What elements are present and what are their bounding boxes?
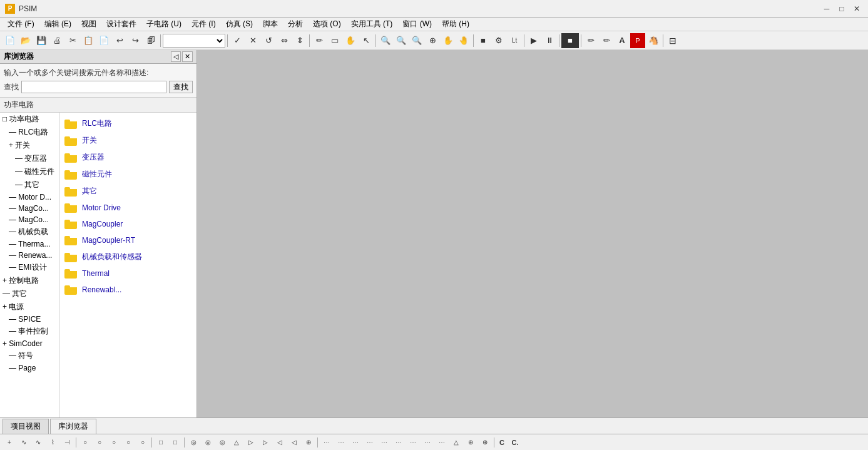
tree-item[interactable]: — EMI设计 bbox=[0, 261, 59, 274]
btb-26[interactable]: ⋯ bbox=[377, 436, 391, 449]
tb-red-btn[interactable]: P bbox=[630, 33, 645, 48]
tb-btn-5[interactable]: ✂ bbox=[65, 33, 80, 48]
btb-5[interactable]: ⊣ bbox=[60, 436, 74, 449]
tb-pencil[interactable]: ✏ bbox=[312, 33, 327, 48]
menu-item[interactable]: 子电路 (U) bbox=[141, 18, 186, 31]
tb-rotate[interactable]: ↺ bbox=[261, 33, 276, 48]
menu-item[interactable]: 编辑 (E) bbox=[39, 18, 76, 31]
tree-item[interactable]: + 电源 bbox=[0, 300, 59, 314]
btb-30[interactable]: ⋯ bbox=[435, 436, 449, 449]
list-item[interactable]: 其它 bbox=[59, 183, 197, 200]
tb-stop[interactable]: ■ bbox=[476, 33, 491, 48]
tb-rect[interactable]: ▭ bbox=[327, 33, 342, 48]
btb-c2[interactable]: C. bbox=[508, 436, 522, 449]
menu-item[interactable]: 文件 (F) bbox=[3, 18, 39, 31]
btb-11[interactable]: □ bbox=[154, 436, 168, 449]
undo-button[interactable]: ↩ bbox=[112, 33, 127, 48]
tree-item[interactable]: — 符号 bbox=[0, 349, 59, 362]
tb-last[interactable]: ⊟ bbox=[665, 33, 680, 48]
btb-c1[interactable]: C bbox=[496, 436, 508, 449]
tree-item[interactable]: — 其它 bbox=[0, 178, 59, 192]
tree-item[interactable]: — Therma... bbox=[0, 238, 59, 250]
list-item[interactable]: 开关 bbox=[59, 132, 197, 149]
btb-6[interactable]: ○ bbox=[78, 436, 92, 449]
menu-item[interactable]: 仿真 (S) bbox=[221, 18, 258, 31]
tb-lt[interactable]: Lt bbox=[507, 33, 522, 48]
list-panel[interactable]: RLC电路开关变压器磁性元件其它Motor DriveMagCouplerMag… bbox=[59, 113, 197, 417]
list-item[interactable]: 变压器 bbox=[59, 149, 197, 166]
search-input[interactable] bbox=[21, 81, 166, 93]
list-item[interactable]: 磁性元件 bbox=[59, 166, 197, 183]
tree-item[interactable]: — 磁性元件 bbox=[0, 165, 59, 178]
btb-15[interactable]: ◎ bbox=[215, 436, 229, 449]
btb-19[interactable]: ◁ bbox=[273, 436, 287, 449]
tree-item[interactable]: — Renewa... bbox=[0, 250, 59, 261]
menu-item[interactable]: 视图 bbox=[76, 18, 101, 31]
tb-pan[interactable]: ✋ bbox=[441, 33, 456, 48]
btb-24[interactable]: ⋯ bbox=[349, 436, 362, 449]
tree-item[interactable]: □ 功率电路 bbox=[0, 113, 59, 126]
btb-31[interactable]: △ bbox=[449, 436, 463, 449]
tree-item[interactable]: + 控制电路 bbox=[0, 274, 59, 287]
tb-btn-10[interactable]: 🗐 bbox=[143, 33, 158, 48]
btb-10[interactable]: ○ bbox=[136, 436, 150, 449]
list-item[interactable]: MagCoupler bbox=[59, 216, 197, 232]
tb-sim1[interactable]: ■ bbox=[561, 33, 579, 48]
minimize-button[interactable]: ─ bbox=[820, 3, 833, 15]
tree-item[interactable]: — 事件控制 bbox=[0, 325, 59, 338]
tree-item[interactable]: — MagCo... bbox=[0, 214, 59, 225]
tb-play[interactable]: ▶ bbox=[526, 33, 541, 48]
tb-btn-7[interactable]: 📄 bbox=[96, 33, 111, 48]
tb-zoom-area[interactable]: ⊕ bbox=[425, 33, 440, 48]
btb-12[interactable]: □ bbox=[168, 436, 182, 449]
tb-text[interactable]: A bbox=[615, 33, 630, 48]
btb-14[interactable]: ◎ bbox=[201, 436, 215, 449]
new-button[interactable]: 📄 bbox=[3, 33, 18, 48]
tb-mirror-h[interactable]: ⇔ bbox=[277, 33, 292, 48]
tree-item[interactable]: — 变压器 bbox=[0, 152, 59, 165]
btb-3[interactable]: ∿ bbox=[31, 436, 45, 449]
btb-22[interactable]: ⋯ bbox=[320, 436, 334, 449]
redo-button[interactable]: ↪ bbox=[128, 33, 143, 48]
tree-item[interactable]: — RLC电路 bbox=[0, 126, 59, 139]
save-button[interactable]: 💾 bbox=[34, 33, 49, 48]
tree-item[interactable]: + 开关 bbox=[0, 139, 59, 152]
btb-29[interactable]: ⋯ bbox=[421, 436, 434, 449]
tb-mirror-v[interactable]: ⇕ bbox=[292, 33, 307, 48]
maximize-button[interactable]: □ bbox=[835, 3, 848, 15]
tb-props[interactable]: ⚙ bbox=[491, 33, 506, 48]
tb-pause[interactable]: ⏸ bbox=[542, 33, 557, 48]
btb-23[interactable]: ⋯ bbox=[334, 436, 348, 449]
list-item[interactable]: 机械负载和传感器 bbox=[59, 248, 197, 265]
btb-17[interactable]: ▷ bbox=[244, 436, 258, 449]
bottom-tab[interactable]: 库浏览器 bbox=[50, 419, 96, 434]
tree-item[interactable]: — Motor D... bbox=[0, 192, 59, 203]
btb-1[interactable]: + bbox=[3, 436, 16, 449]
tb-zoom-fit[interactable]: 🔍 bbox=[409, 33, 424, 48]
btb-25[interactable]: ⋯ bbox=[363, 436, 377, 449]
print-button[interactable]: 🖨 bbox=[49, 33, 64, 48]
tb-cursor[interactable]: ↖ bbox=[359, 33, 374, 48]
menu-item[interactable]: 分析 bbox=[283, 18, 308, 31]
menu-item[interactable]: 元件 (I) bbox=[186, 18, 221, 31]
btb-8[interactable]: ○ bbox=[107, 436, 121, 449]
btb-21[interactable]: ⊕ bbox=[302, 436, 315, 449]
btb-33[interactable]: ⊕ bbox=[478, 436, 492, 449]
toolbar-dropdown[interactable] bbox=[163, 34, 225, 48]
menu-item[interactable]: 脚本 bbox=[258, 18, 283, 31]
tb-zoom-in[interactable]: 🔍 bbox=[378, 33, 393, 48]
tb-btn-6[interactable]: 📋 bbox=[81, 33, 96, 48]
menu-item[interactable]: 实用工具 (T) bbox=[346, 18, 398, 31]
tb-check[interactable]: ✓ bbox=[230, 33, 245, 48]
tree-item[interactable]: — SPICE bbox=[0, 314, 59, 325]
panel-pin[interactable]: ◁ bbox=[171, 51, 181, 62]
tree-item[interactable]: — MagCo... bbox=[0, 203, 59, 214]
close-button[interactable]: ✕ bbox=[850, 3, 863, 15]
tb-edit2[interactable]: ✏ bbox=[599, 33, 614, 48]
tb-hand[interactable]: ✋ bbox=[343, 33, 358, 48]
menu-item[interactable]: 设计套件 bbox=[101, 18, 141, 31]
btb-9[interactable]: ○ bbox=[121, 436, 135, 449]
list-item[interactable]: Thermal bbox=[59, 265, 197, 282]
btb-27[interactable]: ⋯ bbox=[392, 436, 406, 449]
menu-item[interactable]: 帮助 (H) bbox=[437, 18, 474, 31]
